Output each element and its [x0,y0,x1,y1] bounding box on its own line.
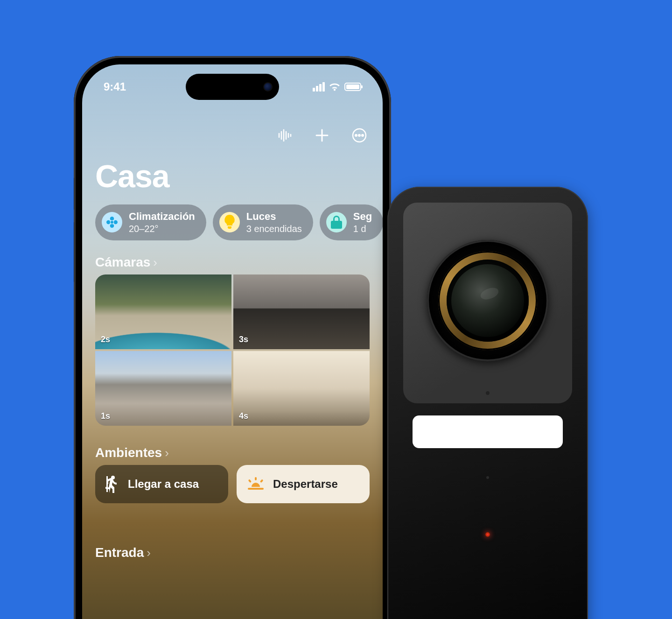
camera-timestamp: 1s [101,411,110,421]
chevron-right-icon: › [165,446,169,460]
doorbell-nameplate [413,415,563,448]
lock-icon [326,212,347,232]
dynamic-island [186,74,279,100]
category-subtitle: 20–22° [129,223,195,235]
chevron-right-icon: › [153,255,157,270]
add-accessory-button[interactable] [312,125,332,146]
camera-thumbnail [95,351,231,426]
more-options-button[interactable] [349,125,370,146]
svg-point-9 [355,134,357,136]
doorbell-device [387,187,588,619]
camera-thumbnail [95,274,231,349]
home-app-screen: 9:41 [82,64,383,619]
category-pill-security[interactable]: Seg 1 d [320,204,383,240]
front-camera-icon [263,82,273,91]
section-header-scenes[interactable]: Ambientes › [95,445,169,460]
category-pill-lights[interactable]: Luces 3 encendidas [213,204,313,240]
scene-label: Llegar a casa [128,478,199,491]
doorbell-lens [427,240,548,361]
camera-thumbnail [233,351,370,426]
doorbell-status-led-icon [485,532,490,537]
camera-timestamp: 2s [101,335,110,345]
camera-timestamp: 3s [239,335,248,345]
section-title: Ambientes [95,445,162,460]
home-title: Casa [95,158,169,194]
scene-label: Despertarse [273,478,338,491]
doorbell-mic-icon [486,391,490,395]
svg-point-11 [362,134,364,136]
category-title: Seg [353,210,372,223]
svg-rect-14 [106,476,108,492]
chevron-right-icon: › [147,546,151,560]
svg-point-12 [111,221,113,224]
camera-tile-pool[interactable]: 2s [95,274,231,349]
camera-tile-living[interactable]: 4s [233,351,370,426]
section-header-entry[interactable]: Entrada › [95,545,151,560]
camera-grid: 2s 3s 1s 4s [95,274,370,426]
camera-timestamp: 4s [239,411,248,421]
doorbell-camera-face [403,203,572,403]
iphone-device-frame: 9:41 [74,56,391,619]
wifi-icon [329,82,341,91]
category-pill-climate[interactable]: Climatización 20–22° [95,204,206,240]
section-title: Cámaras [95,255,150,270]
sunrise-icon [247,477,265,491]
scene-arrive-home[interactable]: Llegar a casa [95,465,228,503]
scene-wake-up[interactable]: Despertarse [237,465,370,503]
category-subtitle: 1 d [353,223,372,235]
camera-tile-garage[interactable]: 3s [233,274,370,349]
person-walk-icon [105,475,119,493]
cellular-signal-icon [313,82,325,91]
svg-rect-18 [260,479,264,483]
svg-rect-15 [248,488,264,490]
category-title: Climatización [129,210,195,223]
camera-thumbnail [233,274,370,349]
svg-point-10 [358,134,360,136]
intercom-button[interactable] [274,125,295,146]
scene-row: Llegar a casa Despertarse [95,465,370,503]
svg-rect-16 [255,477,257,480]
home-toolbar [274,125,370,146]
category-pill-row: Climatización 20–22° Luces 3 encendidas [95,204,383,240]
section-title: Entrada [95,545,144,560]
svg-rect-17 [248,479,252,483]
category-title: Luces [246,210,302,223]
status-time: 9:41 [104,80,126,93]
fan-icon [102,212,122,232]
category-subtitle: 3 encendidas [246,223,302,235]
status-indicators [313,82,361,91]
bulb-icon [219,212,240,232]
camera-tile-front[interactable]: 1s [95,351,231,426]
doorbell-sensor-icon [486,476,489,479]
battery-icon [344,83,361,91]
section-header-cameras[interactable]: Cámaras › [95,255,157,270]
